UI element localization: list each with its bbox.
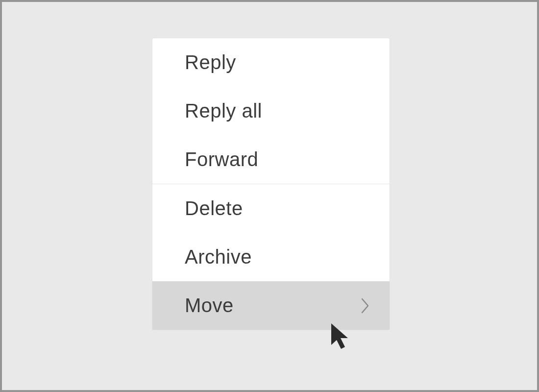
menu-item-reply-all[interactable]: Reply all: [152, 87, 390, 135]
menu-item-label: Delete: [185, 197, 243, 220]
menu-item-label: Reply: [185, 51, 236, 74]
menu-item-label: Move: [185, 294, 234, 317]
context-menu: Reply Reply all Forward Delete Archive M…: [152, 38, 390, 330]
chevron-right-icon: [358, 296, 372, 316]
menu-item-archive[interactable]: Archive: [152, 233, 390, 281]
menu-item-label: Archive: [185, 246, 252, 268]
menu-item-reply[interactable]: Reply: [152, 38, 390, 87]
menu-item-label: Forward: [185, 148, 258, 171]
menu-item-label: Reply all: [185, 100, 262, 122]
menu-item-forward[interactable]: Forward: [152, 135, 390, 184]
menu-item-move[interactable]: Move: [152, 281, 390, 330]
menu-item-delete[interactable]: Delete: [152, 184, 390, 233]
canvas: Reply Reply all Forward Delete Archive M…: [2, 2, 537, 390]
